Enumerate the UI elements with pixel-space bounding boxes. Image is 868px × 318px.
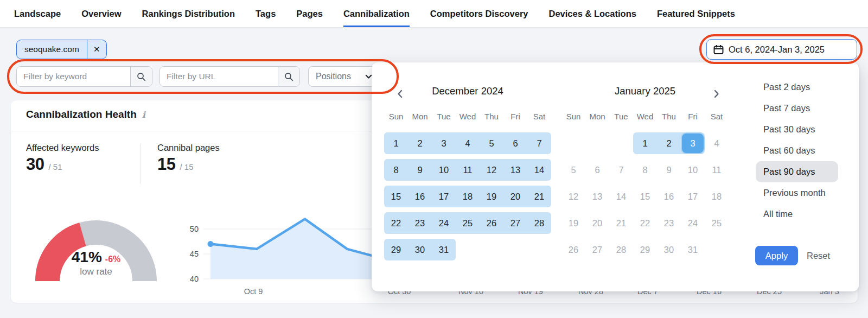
- day-december-2024-3[interactable]: 3: [432, 132, 456, 154]
- date-picker-popup: December 2024SunMonTueWedThuFriSat123456…: [372, 62, 859, 291]
- day-january-2025-25[interactable]: 25: [705, 212, 729, 234]
- day-january-2025-9[interactable]: 9: [657, 159, 681, 181]
- day-december-2024-14[interactable]: 14: [527, 159, 551, 181]
- chip-remove-button[interactable]: ✕: [87, 40, 106, 59]
- gauge-caption: low rate: [46, 266, 146, 277]
- tab-cannibalization[interactable]: Cannibalization: [343, 0, 410, 27]
- day-empty: [705, 239, 729, 260]
- day-empty: [503, 239, 527, 260]
- date-range-button[interactable]: Oct 6, 2024-Jan 3, 2025: [706, 39, 857, 60]
- day-january-2025-21[interactable]: 21: [609, 212, 633, 234]
- day-january-2025-16[interactable]: 16: [657, 186, 681, 207]
- day-december-2024-29[interactable]: 29: [384, 239, 408, 260]
- day-january-2025-7[interactable]: 7: [609, 159, 633, 181]
- day-december-2024-15[interactable]: 15: [384, 186, 408, 207]
- day-december-2024-9[interactable]: 9: [408, 159, 432, 181]
- url-filter-input[interactable]: [160, 67, 278, 86]
- day-january-2025-1[interactable]: 1: [633, 132, 657, 154]
- tab-tags[interactable]: Tags: [256, 0, 276, 27]
- day-december-2024-1[interactable]: 1: [384, 132, 408, 154]
- info-icon[interactable]: i: [142, 110, 145, 120]
- day-january-2025-12[interactable]: 12: [561, 186, 585, 207]
- day-january-2025-4[interactable]: 4: [705, 132, 729, 154]
- day-january-2025-18[interactable]: 18: [705, 186, 729, 207]
- day-december-2024-26[interactable]: 26: [480, 212, 503, 234]
- top-nav: LandscapeOverviewRankings DistributionTa…: [0, 0, 868, 28]
- day-january-2025-28[interactable]: 28: [609, 239, 633, 260]
- day-december-2024-12[interactable]: 12: [480, 159, 503, 181]
- preset-past-90-days[interactable]: Past 90 days: [756, 161, 838, 182]
- preset-past-60-days[interactable]: Past 60 days: [756, 140, 838, 161]
- day-december-2024-7[interactable]: 7: [527, 132, 551, 154]
- day-december-2024-23[interactable]: 23: [408, 212, 432, 234]
- day-january-2025-10[interactable]: 10: [681, 159, 705, 181]
- tab-rankings-distribution[interactable]: Rankings Distribution: [142, 0, 235, 27]
- day-december-2024-17[interactable]: 17: [432, 186, 456, 207]
- day-december-2024-27[interactable]: 27: [503, 212, 527, 234]
- keyword-filter-input[interactable]: [17, 67, 130, 86]
- day-december-2024-20[interactable]: 20: [503, 186, 527, 207]
- day-january-2025-2[interactable]: 2: [657, 132, 681, 154]
- preset-past-7-days[interactable]: Past 7 days: [756, 98, 838, 119]
- day-december-2024-25[interactable]: 25: [456, 212, 480, 234]
- day-january-2025-8[interactable]: 8: [633, 159, 657, 181]
- month-title: January 2025: [561, 85, 729, 97]
- day-january-2025-30[interactable]: 30: [657, 239, 681, 260]
- campaign-chip[interactable]: seoquake.com ✕: [16, 40, 107, 59]
- day-december-2024-16[interactable]: 16: [408, 186, 432, 207]
- day-december-2024-24[interactable]: 24: [432, 212, 456, 234]
- tab-competitors-discovery[interactable]: Competitors Discovery: [430, 0, 528, 27]
- day-december-2024-30[interactable]: 30: [408, 239, 432, 260]
- day-december-2024-11[interactable]: 11: [456, 159, 480, 181]
- day-january-2025-24[interactable]: 24: [681, 212, 705, 234]
- day-december-2024-18[interactable]: 18: [456, 186, 480, 207]
- day-december-2024-2[interactable]: 2: [408, 132, 432, 154]
- tab-overview[interactable]: Overview: [81, 0, 121, 27]
- tab-featured-snippets[interactable]: Featured Snippets: [657, 0, 735, 27]
- day-january-2025-29[interactable]: 29: [633, 239, 657, 260]
- url-filter: [159, 66, 300, 87]
- preset-all-time[interactable]: All time: [756, 203, 838, 225]
- day-december-2024-13[interactable]: 13: [503, 159, 527, 181]
- day-january-2025-13[interactable]: 13: [585, 186, 609, 207]
- keyword-search-button[interactable]: [130, 67, 152, 86]
- day-january-2025-23[interactable]: 23: [657, 212, 681, 234]
- day-december-2024-21[interactable]: 21: [527, 186, 551, 207]
- day-january-2025-3-selected[interactable]: 3: [681, 132, 705, 154]
- positions-select[interactable]: Positions: [308, 66, 380, 87]
- apply-button[interactable]: Apply: [755, 246, 798, 265]
- day-january-2025-6[interactable]: 6: [585, 159, 609, 181]
- day-january-2025-26[interactable]: 26: [561, 239, 585, 260]
- day-december-2024-6[interactable]: 6: [503, 132, 527, 154]
- preset-previous-month[interactable]: Previous month: [756, 182, 838, 203]
- day-december-2024-19[interactable]: 19: [480, 186, 503, 207]
- day-january-2025-17[interactable]: 17: [681, 186, 705, 207]
- tab-landscape[interactable]: Landscape: [14, 0, 61, 27]
- day-december-2024-22[interactable]: 22: [384, 212, 408, 234]
- day-december-2024-31[interactable]: 31: [432, 239, 456, 260]
- day-december-2024-28[interactable]: 28: [527, 212, 551, 234]
- positions-select-label: Positions: [316, 72, 351, 81]
- preset-past-30-days[interactable]: Past 30 days: [756, 119, 838, 140]
- preset-past-2-days[interactable]: Past 2 days: [756, 77, 838, 98]
- day-january-2025-19[interactable]: 19: [561, 212, 585, 234]
- tab-devices-locations[interactable]: Devices & Locations: [549, 0, 636, 27]
- day-december-2024-4[interactable]: 4: [456, 132, 480, 154]
- reset-button[interactable]: Reset: [807, 246, 830, 265]
- day-december-2024-8[interactable]: 8: [384, 159, 408, 181]
- day-january-2025-27[interactable]: 27: [585, 239, 609, 260]
- day-december-2024-5[interactable]: 5: [480, 132, 503, 154]
- calendar-icon: [713, 44, 724, 55]
- day-january-2025-20[interactable]: 20: [585, 212, 609, 234]
- tab-pages[interactable]: Pages: [296, 0, 323, 27]
- search-icon: [137, 72, 146, 81]
- day-january-2025-14[interactable]: 14: [609, 186, 633, 207]
- day-january-2025-15[interactable]: 15: [633, 186, 657, 207]
- keyword-filter: [16, 66, 152, 87]
- url-search-button[interactable]: [278, 67, 299, 86]
- day-january-2025-22[interactable]: 22: [633, 212, 657, 234]
- day-january-2025-11[interactable]: 11: [705, 159, 729, 181]
- day-december-2024-10[interactable]: 10: [432, 159, 456, 181]
- day-january-2025-5[interactable]: 5: [561, 159, 585, 181]
- day-january-2025-31[interactable]: 31: [681, 239, 705, 260]
